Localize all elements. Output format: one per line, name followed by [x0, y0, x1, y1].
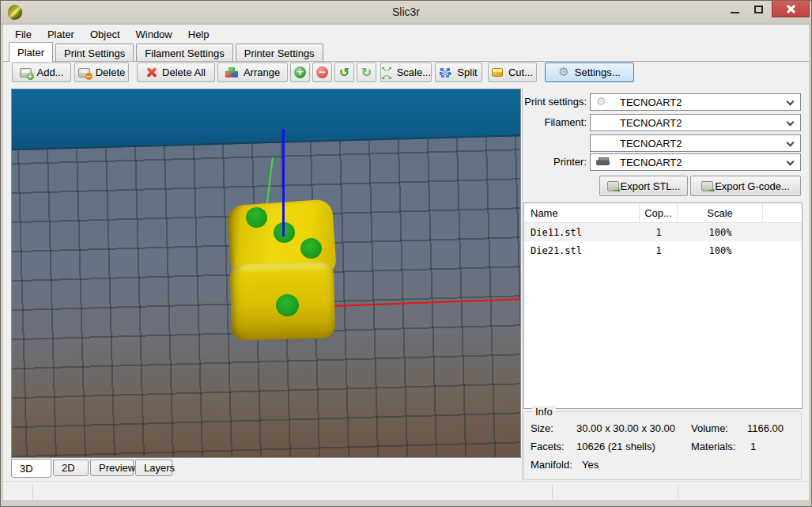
table-row[interactable]: Die11.stl 1 100%: [524, 223, 802, 241]
split-button-label: Split: [457, 66, 477, 78]
facets-value: 10626 (21 shells): [576, 441, 655, 452]
table-header: Name Cop... Scale: [524, 203, 802, 223]
add-object-icon: +: [20, 68, 32, 78]
z-axis-line: [282, 129, 285, 236]
view-tab-preview[interactable]: Preview: [90, 460, 134, 476]
die-pip: [276, 294, 299, 316]
column-header-name[interactable]: Name: [524, 203, 640, 222]
chevron-down-icon: [787, 98, 795, 106]
menu-file[interactable]: File: [7, 26, 40, 43]
menu-help[interactable]: Help: [180, 26, 217, 43]
manifold-value: Yes: [582, 459, 599, 471]
delete-all-button[interactable]: Delete All: [137, 62, 215, 82]
column-header-copies[interactable]: Cop...: [640, 203, 678, 222]
minimize-icon: [731, 12, 739, 13]
menu-bar: File Plater Object Window Help: [3, 25, 810, 43]
increase-copies-button[interactable]: +: [290, 62, 310, 82]
tab-printer-settings[interactable]: Printer Settings: [236, 44, 323, 61]
printer-icon: [596, 157, 610, 168]
plater-toolbar: + Add... − Delete Delete All Arrange + −…: [3, 62, 810, 85]
cut-icon: [492, 68, 503, 77]
menu-object[interactable]: Object: [82, 26, 128, 43]
status-divider: [678, 485, 678, 499]
print-settings-label: Print settings:: [517, 93, 587, 111]
size-value: 30.00 x 30.00 x 30.00: [576, 422, 675, 434]
scale-button-label: Scale...: [397, 66, 431, 78]
filament-select[interactable]: TECNOART2: [590, 114, 801, 131]
cut-button[interactable]: Cut...: [488, 62, 537, 82]
printer-select[interactable]: TECNOART2: [590, 153, 801, 171]
tab-plater[interactable]: Plater: [9, 42, 53, 62]
title-bar: Slic3r: [1, 1, 811, 25]
filament-2-select[interactable]: TECNOART2: [590, 134, 801, 152]
info-group-box: Info Size: 30.00 x 30.00 x 30.00 Volume:…: [523, 411, 802, 480]
scale-icon: [381, 67, 391, 78]
view-tab-2d[interactable]: 2D: [53, 460, 89, 476]
tab-print-settings[interactable]: Print Settings: [55, 44, 134, 61]
minus-icon: −: [316, 66, 328, 78]
cut-button-label: Cut...: [508, 66, 533, 78]
menu-window[interactable]: Window: [128, 26, 180, 43]
rotate-ccw-button[interactable]: ↺: [334, 62, 354, 82]
split-icon: [440, 67, 451, 78]
slic3r-window: Slic3r File Plater Object Window Help Pl…: [0, 0, 812, 507]
volume-value: 1166.00: [747, 422, 784, 434]
size-label: Size:: [531, 422, 553, 434]
export-gcode-icon: [701, 181, 713, 191]
status-divider: [552, 485, 553, 499]
status-bar: [3, 481, 810, 501]
minimize-button[interactable]: [723, 1, 746, 18]
maximize-button[interactable]: [746, 1, 770, 18]
column-header-spacer: [763, 203, 802, 222]
window-frame: [1, 25, 3, 506]
die-pip: [246, 207, 267, 228]
chevron-down-icon: [787, 119, 795, 127]
settings-gear-icon: ⚙: [558, 66, 568, 78]
delete-button-label: Delete: [96, 66, 126, 78]
main-tab-bar: Plater Print Settings Filament Settings …: [3, 43, 810, 62]
materials-value: 1: [750, 441, 756, 452]
delete-all-icon: [146, 67, 157, 78]
plus-icon: +: [294, 66, 306, 78]
settings-button[interactable]: ⚙ Settings...: [545, 62, 634, 82]
rotate-cw-button[interactable]: ↻: [357, 62, 376, 82]
filament-label: Filament:: [517, 114, 587, 131]
export-stl-button[interactable]: Export STL...: [599, 176, 688, 196]
arrange-icon: [225, 67, 238, 78]
delete-all-button-label: Delete All: [162, 66, 206, 78]
view-tab-3d[interactable]: 3D: [11, 459, 51, 478]
close-icon: [786, 4, 795, 13]
column-header-scale[interactable]: Scale: [678, 203, 763, 222]
export-stl-icon: [607, 181, 619, 191]
print-settings-select[interactable]: ⚙ TECNOART2: [590, 93, 801, 111]
print-settings-gear-icon: ⚙: [596, 96, 606, 108]
info-title: Info: [532, 406, 556, 418]
split-button[interactable]: Split: [435, 62, 482, 82]
delete-button[interactable]: − Delete: [74, 62, 129, 82]
tab-filament-settings[interactable]: Filament Settings: [136, 44, 232, 61]
arrange-button[interactable]: Arrange: [217, 62, 288, 82]
panel-separator: [522, 88, 523, 481]
menu-plater[interactable]: Plater: [40, 26, 82, 43]
maximize-icon: [754, 6, 763, 13]
window-frame: [1, 500, 811, 506]
rotate-cw-icon: ↻: [361, 65, 372, 80]
materials-label: Materials:: [691, 441, 735, 452]
object-list-table[interactable]: Name Cop... Scale Die11.stl 1 100% Die21…: [523, 202, 803, 409]
close-button[interactable]: [772, 1, 810, 17]
die-pip: [300, 238, 322, 259]
3d-viewport[interactable]: [11, 89, 521, 458]
decrease-copies-button[interactable]: −: [312, 62, 332, 82]
export-gcode-button[interactable]: Export G-code...: [690, 176, 801, 196]
window-frame: [809, 25, 811, 506]
window-title: Slic3r: [1, 6, 811, 18]
status-divider: [32, 485, 33, 499]
chevron-down-icon: [787, 139, 795, 147]
add-button-label: Add...: [37, 66, 64, 78]
arrange-button-label: Arrange: [244, 66, 280, 78]
view-tab-layers[interactable]: Layers: [135, 460, 172, 476]
table-row[interactable]: Die21.stl 1 100%: [524, 241, 802, 259]
scale-button[interactable]: Scale...: [380, 62, 432, 82]
add-button[interactable]: + Add...: [12, 62, 71, 82]
chevron-down-icon: [787, 158, 795, 166]
